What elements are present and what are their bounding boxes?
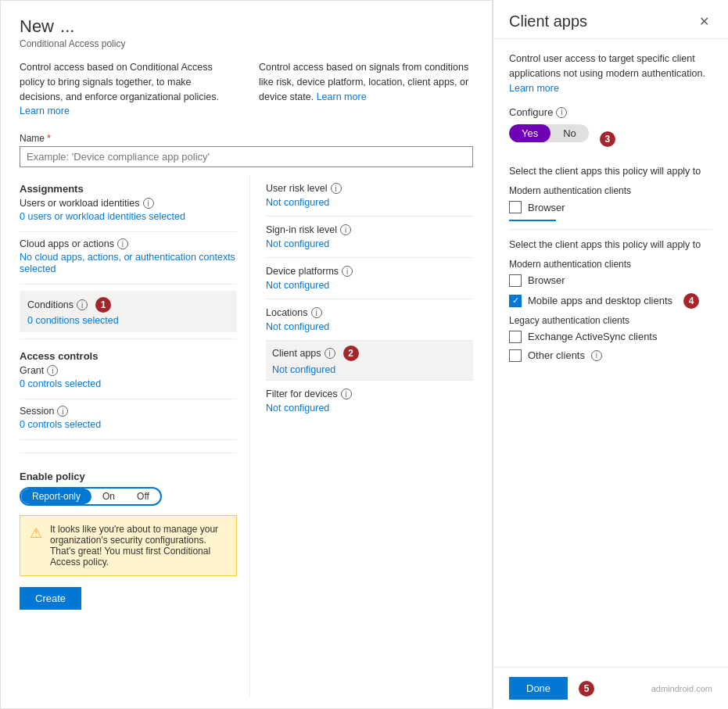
- side-description: Control user access to target specific c…: [509, 52, 712, 95]
- session-title: Session i: [20, 406, 237, 417]
- client-apps-badge: 2: [343, 346, 359, 361]
- modern-auth-label-1: Modern authentication clients: [509, 185, 712, 196]
- device-platforms-info-icon: i: [342, 266, 353, 277]
- user-risk-info-icon: i: [331, 183, 342, 194]
- browser-checkbox-1[interactable]: [509, 201, 522, 213]
- other-checkbox[interactable]: [509, 349, 522, 362]
- mobile-badge: 4: [683, 293, 699, 309]
- cloud-apps-title: Cloud apps or actions i: [20, 238, 237, 249]
- enable-policy-label: Enable policy: [20, 471, 237, 482]
- device-platforms-value: Not configured: [266, 280, 329, 291]
- name-input[interactable]: [20, 146, 473, 167]
- mobile-checkbox[interactable]: [509, 295, 522, 307]
- page-subtitle: Conditional Access policy: [20, 38, 473, 49]
- side-learn-more[interactable]: Learn more: [509, 83, 559, 94]
- description-right: Control access based on signals from con…: [259, 60, 473, 119]
- name-label: Name *: [20, 133, 473, 144]
- client-apps-label: Client apps: [272, 348, 321, 359]
- report-only-option[interactable]: Report-only: [21, 489, 91, 504]
- users-info-icon: i: [143, 198, 154, 209]
- warning-icon: ⚠: [30, 525, 42, 542]
- legacy-auth-label: Legacy authentication clients: [509, 315, 712, 326]
- apply-text-2: Select the client apps this policy will …: [509, 238, 712, 252]
- users-value[interactable]: 0 users or workload identities selected: [20, 211, 185, 222]
- users-title: Users or workload identities i: [20, 198, 237, 209]
- locations-value: Not configured: [266, 321, 329, 332]
- off-option[interactable]: Off: [126, 489, 160, 504]
- filter-devices-value: Not configured: [266, 403, 329, 414]
- conditions-info-icon: i: [77, 299, 88, 310]
- user-risk-value: Not configured: [266, 197, 329, 208]
- browser-label-1: Browser: [528, 202, 565, 213]
- grant-info-icon: i: [47, 365, 58, 376]
- conditions-badge: 1: [95, 297, 111, 313]
- device-platforms-label: Device platforms: [266, 266, 339, 277]
- signin-risk-value: Not configured: [266, 238, 329, 249]
- signin-risk-row[interactable]: Sign-in risk level i Not configured: [266, 217, 473, 258]
- cloud-apps-info-icon: i: [117, 238, 128, 249]
- signin-risk-info-icon: i: [340, 224, 351, 235]
- session-value[interactable]: 0 controls selected: [20, 419, 101, 430]
- browser-label-2: Browser: [528, 274, 565, 286]
- description-left: Control access based on Conditional Acce…: [20, 60, 234, 119]
- mobile-checkbox-row: Mobile apps and desktop clients 4: [509, 293, 712, 309]
- learn-more-left[interactable]: Learn more: [20, 106, 70, 116]
- no-option[interactable]: No: [550, 124, 589, 142]
- yes-no-toggle[interactable]: Yes No: [509, 124, 589, 142]
- create-button[interactable]: Create: [20, 587, 81, 610]
- session-info-icon: i: [57, 406, 68, 417]
- device-platforms-row[interactable]: Device platforms i Not configured: [266, 258, 473, 299]
- other-checkbox-row: Other clients i: [509, 349, 712, 362]
- filter-devices-info-icon: i: [341, 389, 352, 399]
- close-button[interactable]: ✕: [696, 13, 712, 30]
- locations-row[interactable]: Locations i Not configured: [266, 299, 473, 341]
- learn-more-right[interactable]: Learn more: [317, 91, 367, 102]
- exchange-checkbox[interactable]: [509, 331, 522, 343]
- apply-text-1: Select the client apps this policy will …: [509, 164, 712, 179]
- filter-devices-label: Filter for devices: [266, 389, 338, 399]
- locations-info-icon: i: [311, 307, 322, 318]
- enable-policy-toggle[interactable]: Report-only On Off: [20, 487, 162, 506]
- side-panel-title: Client apps: [509, 13, 587, 30]
- client-apps-info-icon: i: [325, 348, 335, 359]
- exchange-label: Exchange ActiveSync clients: [528, 331, 657, 342]
- filter-devices-row[interactable]: Filter for devices i Not configured: [266, 381, 473, 421]
- done-badge: 5: [579, 681, 594, 696]
- user-risk-row[interactable]: User risk level i Not configured: [266, 175, 473, 217]
- configure-badge: 3: [600, 131, 615, 147]
- grant-value[interactable]: 0 controls selected: [20, 378, 101, 389]
- conditions-title: Conditions i 1: [27, 297, 229, 313]
- client-apps-value: Not configured: [272, 364, 335, 375]
- assignments-label: Assignments: [20, 183, 237, 195]
- warning-text: It looks like you're about to manage you…: [50, 524, 227, 568]
- browser-checkbox-row-1: Browser: [509, 201, 712, 213]
- yes-option[interactable]: Yes: [509, 124, 550, 142]
- warning-box: ⚠ It looks like you're about to manage y…: [20, 515, 237, 576]
- modern-auth-label-2: Modern authentication clients: [509, 259, 712, 270]
- exchange-checkbox-row: Exchange ActiveSync clients: [509, 331, 712, 343]
- browser-checkbox-2[interactable]: [509, 274, 522, 287]
- on-option[interactable]: On: [91, 489, 126, 504]
- done-button[interactable]: Done: [509, 677, 568, 700]
- mobile-label: Mobile apps and desktop clients: [528, 295, 672, 306]
- client-apps-row[interactable]: Client apps i 2 Not configured: [266, 341, 473, 381]
- page-ellipsis: ...: [60, 16, 74, 37]
- watermark: admindroid.com: [651, 684, 712, 693]
- cloud-apps-value[interactable]: No cloud apps, actions, or authenticatio…: [20, 252, 235, 274]
- user-risk-label: User risk level: [266, 183, 328, 194]
- conditions-value[interactable]: 0 conditions selected: [27, 315, 119, 326]
- browser-checkbox-row-2: Browser: [509, 274, 712, 287]
- configure-label: Configure i: [509, 106, 712, 118]
- other-label: Other clients: [528, 349, 585, 361]
- signin-risk-label: Sign-in risk level: [266, 224, 337, 235]
- page-title: New: [20, 16, 54, 37]
- grant-title: Grant i: [20, 365, 237, 376]
- access-controls-label: Access controls: [20, 350, 237, 362]
- other-info-icon: i: [591, 350, 602, 361]
- configure-info-icon: i: [556, 107, 567, 118]
- locations-label: Locations: [266, 307, 308, 318]
